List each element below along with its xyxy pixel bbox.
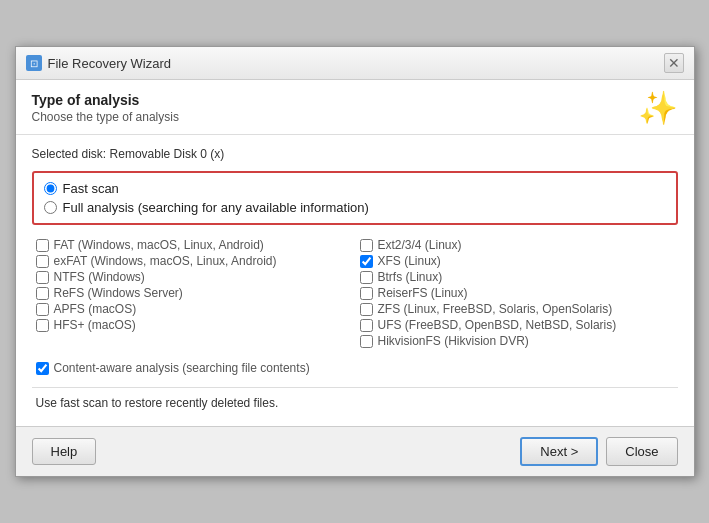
ntfs-checkbox[interactable]: [36, 271, 49, 284]
full-analysis-label[interactable]: Full analysis (searching for any availab…: [63, 200, 369, 215]
exfat-label[interactable]: exFAT (Windows, macOS, Linux, Android): [54, 254, 277, 268]
action-buttons: Next > Close: [520, 437, 677, 466]
content-aware-checkbox[interactable]: [36, 362, 49, 375]
fs-left-column: FAT (Windows, macOS, Linux, Android) exF…: [36, 237, 350, 349]
exfat-checkbox[interactable]: [36, 255, 49, 268]
full-analysis-option[interactable]: Full analysis (searching for any availab…: [44, 200, 666, 215]
file-recovery-dialog: ⊡ File Recovery Wizard ✕ Type of analysi…: [15, 46, 695, 477]
close-button[interactable]: ✕: [664, 53, 684, 73]
content-area: Selected disk: Removable Disk 0 (x) Fast…: [16, 135, 694, 426]
footer: Help Next > Close: [16, 426, 694, 476]
ufs-label[interactable]: UFS (FreeBSD, OpenBSD, NetBSD, Solaris): [378, 318, 617, 332]
selected-disk-label: Selected disk: Removable Disk 0 (x): [32, 147, 678, 161]
fs-zfs[interactable]: ZFS (Linux, FreeBSD, Solaris, OpenSolari…: [360, 301, 674, 317]
zfs-label[interactable]: ZFS (Linux, FreeBSD, Solaris, OpenSolari…: [378, 302, 613, 316]
ntfs-label[interactable]: NTFS (Windows): [54, 270, 145, 284]
fast-scan-label[interactable]: Fast scan: [63, 181, 119, 196]
status-text: Use fast scan to restore recently delete…: [32, 387, 678, 414]
close-dialog-button[interactable]: Close: [606, 437, 677, 466]
fs-ufs[interactable]: UFS (FreeBSD, OpenBSD, NetBSD, Solaris): [360, 317, 674, 333]
next-button[interactable]: Next >: [520, 437, 598, 466]
reiserfs-label[interactable]: ReiserFS (Linux): [378, 286, 468, 300]
hfsplus-label[interactable]: HFS+ (macOS): [54, 318, 136, 332]
title-bar: ⊡ File Recovery Wizard ✕: [16, 47, 694, 80]
fat-checkbox[interactable]: [36, 239, 49, 252]
hikvision-label[interactable]: HikvisionFS (Hikvision DVR): [378, 334, 529, 348]
fs-apfs[interactable]: APFS (macOS): [36, 301, 350, 317]
hikvision-checkbox[interactable]: [360, 335, 373, 348]
title-bar-left: ⊡ File Recovery Wizard: [26, 55, 172, 71]
header-section: Type of analysis Choose the type of anal…: [16, 80, 694, 135]
fs-btrfs[interactable]: Btrfs (Linux): [360, 269, 674, 285]
fs-ntfs[interactable]: NTFS (Windows): [36, 269, 350, 285]
apfs-label[interactable]: APFS (macOS): [54, 302, 137, 316]
filesystem-section: FAT (Windows, macOS, Linux, Android) exF…: [32, 237, 678, 349]
fs-fat[interactable]: FAT (Windows, macOS, Linux, Android): [36, 237, 350, 253]
apfs-checkbox[interactable]: [36, 303, 49, 316]
fat-label[interactable]: FAT (Windows, macOS, Linux, Android): [54, 238, 264, 252]
xfs-checkbox[interactable]: [360, 255, 373, 268]
fs-refs[interactable]: ReFS (Windows Server): [36, 285, 350, 301]
header-text: Type of analysis Choose the type of anal…: [32, 92, 179, 124]
section-title: Type of analysis: [32, 92, 179, 108]
content-aware-label[interactable]: Content-aware analysis (searching file c…: [54, 361, 310, 375]
fs-hikvisionfs[interactable]: HikvisionFS (Hikvision DVR): [360, 333, 674, 349]
btrfs-checkbox[interactable]: [360, 271, 373, 284]
wizard-icon: ✨: [638, 92, 678, 124]
ext234-checkbox[interactable]: [360, 239, 373, 252]
hfsplus-checkbox[interactable]: [36, 319, 49, 332]
full-analysis-radio[interactable]: [44, 201, 57, 214]
zfs-checkbox[interactable]: [360, 303, 373, 316]
fs-hfsplus[interactable]: HFS+ (macOS): [36, 317, 350, 333]
reiserfs-checkbox[interactable]: [360, 287, 373, 300]
analysis-type-group: Fast scan Full analysis (searching for a…: [32, 171, 678, 225]
xfs-label[interactable]: XFS (Linux): [378, 254, 441, 268]
fs-reiserfs[interactable]: ReiserFS (Linux): [360, 285, 674, 301]
fs-right-column: Ext2/3/4 (Linux) XFS (Linux) Btrfs (Linu…: [360, 237, 674, 349]
section-subtitle: Choose the type of analysis: [32, 110, 179, 124]
app-icon: ⊡: [26, 55, 42, 71]
fs-ext234[interactable]: Ext2/3/4 (Linux): [360, 237, 674, 253]
content-aware-section[interactable]: Content-aware analysis (searching file c…: [32, 361, 678, 375]
fast-scan-option[interactable]: Fast scan: [44, 181, 666, 196]
refs-label[interactable]: ReFS (Windows Server): [54, 286, 183, 300]
ufs-checkbox[interactable]: [360, 319, 373, 332]
refs-checkbox[interactable]: [36, 287, 49, 300]
dialog-title: File Recovery Wizard: [48, 56, 172, 71]
help-button[interactable]: Help: [32, 438, 97, 465]
fs-exfat[interactable]: exFAT (Windows, macOS, Linux, Android): [36, 253, 350, 269]
fast-scan-radio[interactable]: [44, 182, 57, 195]
btrfs-label[interactable]: Btrfs (Linux): [378, 270, 443, 284]
fs-xfs[interactable]: XFS (Linux): [360, 253, 674, 269]
ext234-label[interactable]: Ext2/3/4 (Linux): [378, 238, 462, 252]
